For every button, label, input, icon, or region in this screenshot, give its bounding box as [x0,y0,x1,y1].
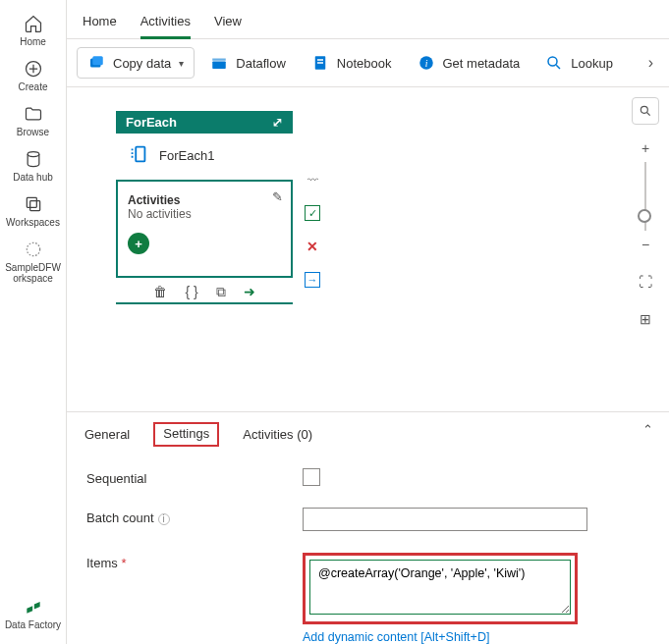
sequential-label: Sequential [86,468,303,486]
port-fail-icon[interactable]: ✕ [305,239,320,254]
ribbon-scroll-right[interactable]: › [642,54,659,72]
notebook-icon [311,54,329,72]
copy-icon[interactable]: ⧉ [216,284,226,300]
tab-settings[interactable]: Settings [153,422,219,447]
rail-workspaces-label: Workspaces [6,217,60,228]
main-area: Home Activities View Copy data ▾ Dataflo… [67,0,669,644]
rail-home[interactable]: Home [0,8,66,53]
code-icon[interactable]: { } [185,284,197,300]
delete-icon[interactable]: 🗑 [153,284,167,300]
svg-rect-6 [92,56,103,65]
tab-general[interactable]: General [83,423,132,446]
rail-datafactory[interactable]: Data Factory [0,591,66,636]
rail-datafactory-label: Data Factory [5,619,61,630]
port-metrics-icon[interactable]: 〰 [305,172,320,188]
tab-activities-count[interactable]: Activities (0) [241,423,314,446]
foreach-title-row: ForEach1 [116,134,293,180]
ribbon-dataflow[interactable]: Dataflow [200,48,296,78]
svg-point-14 [548,57,557,66]
tab-activities[interactable]: Activities [140,6,191,38]
tab-home[interactable]: Home [83,6,117,38]
rail-browse-label: Browse [17,127,49,137]
ribbon-notebook-label: Notebook [337,56,392,71]
ribbon-dataflow-label: Dataflow [236,56,286,71]
svg-rect-10 [317,59,323,61]
lookup-icon [545,54,563,72]
rail-workspaces[interactable]: Workspaces [0,188,66,234]
rail-create-label: Create [18,81,47,92]
items-textarea[interactable] [309,560,571,615]
zoom-thumb[interactable] [638,209,651,223]
activities-sub: No activities [128,207,281,221]
svg-rect-8 [213,59,227,61]
row-batch: Batch counti [86,508,649,531]
ribbon-copydata-label: Copy data [113,56,171,71]
svg-rect-3 [29,201,39,211]
run-icon[interactable]: ➜ [244,284,255,300]
zoom-out-button[interactable]: − [632,231,659,258]
autolayout-button[interactable]: ⊞ [632,305,659,333]
rail-home-label: Home [20,36,46,47]
zoom-in-button[interactable]: + [632,134,659,162]
foreach-header[interactable]: ForEach ⤢ [116,111,293,134]
tab-view[interactable]: View [214,6,242,38]
svg-point-16 [641,106,647,113]
svg-text:i: i [424,58,427,69]
left-nav-rail: Home Create Browse Data hub Workspaces S… [0,0,67,644]
foreach-inner-box[interactable]: ✎ Activities No activities + [116,180,293,278]
collapse-panel-icon[interactable]: ⌃ [642,422,653,437]
chevron-down-icon: ▾ [179,58,184,69]
items-highlight-box [303,553,578,624]
ribbon-lookup-label: Lookup [571,56,613,71]
rail-sample-label: SampleDFW orkspace [0,262,66,284]
activities-label: Activities [128,193,281,207]
rail-browse[interactable]: Browse [0,98,66,143]
add-activity-button[interactable]: + [128,233,149,254]
port-completion-icon[interactable]: → [305,272,320,288]
canvas-controls: + − ⛶ ⊞ [632,97,659,333]
foreach-type-label: ForEach [126,115,177,130]
zoom-track[interactable] [644,162,646,231]
svg-rect-7 [213,62,227,70]
properties-tabs: General Settings Activities (0) ⌃ [67,411,669,456]
rail-sample-workspace[interactable]: SampleDFW orkspace [0,234,66,290]
rail-datahub[interactable]: Data hub [0,143,66,188]
ribbon-bar: Copy data ▾ Dataflow Notebook i Get meta… [67,39,669,87]
expand-icon[interactable]: ⤢ [272,115,283,130]
items-label: Items * [86,553,303,570]
svg-point-1 [28,152,39,157]
pipeline-canvas[interactable]: ForEach ⤢ ForEach1 ✎ Activities No activ… [67,87,669,411]
zoom-slider[interactable]: + − [632,134,659,258]
ribbon-getmeta-label: Get metadata [443,56,521,71]
svg-rect-2 [27,197,36,207]
port-success-icon[interactable]: ✓ [305,205,320,221]
rail-create[interactable]: Create [0,53,66,98]
foreach-icon [128,143,149,168]
add-dynamic-content-link[interactable]: Add dynamic content [Alt+Shift+D] [303,630,578,644]
ribbon-notebook[interactable]: Notebook [302,48,402,78]
svg-rect-15 [136,147,144,162]
dataflow-icon [210,54,228,72]
top-tabs: Home Activities View [67,0,669,39]
activity-ports: 〰 ✓ ✕ → [305,172,320,288]
ribbon-getmeta[interactable]: i Get metadata [408,48,530,78]
foreach-toolbar: 🗑 { } ⧉ ➜ [116,278,293,304]
canvas-search-button[interactable] [632,97,659,125]
svg-rect-11 [317,62,323,64]
pencil-icon[interactable]: ✎ [272,189,283,204]
settings-form: Sequential Batch counti Items * Add dyna… [67,456,669,644]
svg-point-4 [27,242,39,255]
rail-datahub-label: Data hub [13,172,53,183]
ribbon-copydata[interactable]: Copy data ▾ [77,47,195,79]
batch-count-input[interactable] [303,508,587,531]
info-icon[interactable]: i [158,513,170,525]
ribbon-lookup[interactable]: Lookup [535,48,623,78]
copydata-icon [87,54,105,72]
row-items: Items * Add dynamic content [Alt+Shift+D… [86,553,649,644]
foreach-activity[interactable]: ForEach ⤢ ForEach1 ✎ Activities No activ… [116,111,293,304]
row-sequential: Sequential [86,468,649,486]
batch-label: Batch counti [86,508,303,525]
sequential-checkbox[interactable] [303,468,320,486]
foreach-name: ForEach1 [159,148,214,163]
fit-screen-button[interactable]: ⛶ [632,268,659,295]
